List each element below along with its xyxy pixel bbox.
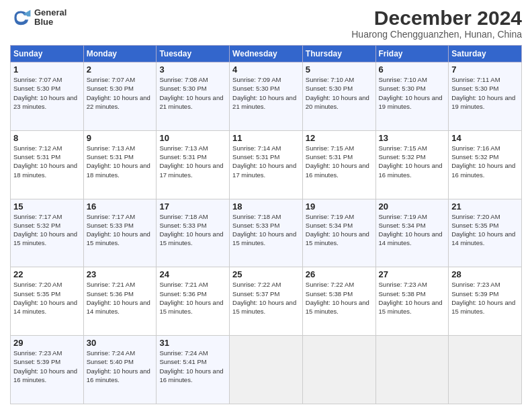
location-subtitle: Huarong Chengguanzhen, Hunan, China — [351, 29, 522, 40]
day-number: 31 — [159, 338, 226, 348]
logo-icon — [10, 7, 32, 28]
day-info: Sunrise: 7:18 AMSunset: 5:33 PMDaylight:… — [232, 213, 296, 247]
day-info: Sunrise: 7:21 AMSunset: 5:36 PMDaylight:… — [87, 281, 150, 315]
table-row: 4 Sunrise: 7:09 AMSunset: 5:30 PMDayligh… — [230, 62, 303, 131]
day-info: Sunrise: 7:24 AMSunset: 5:40 PMDaylight:… — [87, 349, 150, 383]
day-number: 30 — [87, 338, 154, 348]
day-number: 18 — [232, 201, 300, 212]
week-row-3: 22 Sunrise: 7:20 AMSunset: 5:35 PMDaylig… — [11, 267, 522, 336]
day-number: 12 — [306, 133, 373, 143]
day-info: Sunrise: 7:22 AMSunset: 5:38 PMDaylight:… — [306, 281, 369, 315]
day-info: Sunrise: 7:22 AMSunset: 5:37 PMDaylight:… — [232, 281, 296, 315]
day-number: 2 — [87, 64, 154, 75]
day-number: 16 — [87, 201, 154, 212]
table-row: 6 Sunrise: 7:10 AMSunset: 5:30 PMDayligh… — [375, 62, 449, 131]
table-row: 9 Sunrise: 7:13 AMSunset: 5:31 PMDayligh… — [83, 130, 157, 199]
day-info: Sunrise: 7:18 AMSunset: 5:33 PMDaylight:… — [159, 213, 223, 247]
day-info: Sunrise: 7:08 AMSunset: 5:30 PMDaylight:… — [159, 76, 223, 110]
table-row: 31 Sunrise: 7:24 AMSunset: 5:41 PMDaylig… — [157, 336, 230, 404]
day-info: Sunrise: 7:19 AMSunset: 5:34 PMDaylight:… — [379, 213, 443, 247]
col-thursday: Thursday — [302, 46, 375, 62]
table-row: 21 Sunrise: 7:20 AMSunset: 5:35 PMDaylig… — [449, 199, 522, 267]
table-row: 3 Sunrise: 7:08 AMSunset: 5:30 PMDayligh… — [157, 62, 230, 131]
day-info: Sunrise: 7:23 AMSunset: 5:39 PMDaylight:… — [451, 281, 515, 315]
title-block: December 2024 Huarong Chengguanzhen, Hun… — [351, 7, 522, 40]
table-row: 23 Sunrise: 7:21 AMSunset: 5:36 PMDaylig… — [83, 267, 157, 336]
table-row: 30 Sunrise: 7:24 AMSunset: 5:40 PMDaylig… — [83, 336, 157, 404]
week-row-1: 8 Sunrise: 7:12 AMSunset: 5:31 PMDayligh… — [11, 130, 522, 199]
day-number: 22 — [13, 269, 81, 279]
table-row: 26 Sunrise: 7:22 AMSunset: 5:38 PMDaylig… — [302, 267, 375, 336]
month-title: December 2024 — [351, 7, 522, 29]
week-row-4: 29 Sunrise: 7:23 AMSunset: 5:39 PMDaylig… — [11, 336, 522, 404]
day-info: Sunrise: 7:15 AMSunset: 5:32 PMDaylight:… — [379, 144, 443, 179]
table-row: 11 Sunrise: 7:14 AMSunset: 5:31 PMDaylig… — [230, 130, 303, 199]
day-info: Sunrise: 7:10 AMSunset: 5:30 PMDaylight:… — [306, 76, 369, 110]
table-row: 5 Sunrise: 7:10 AMSunset: 5:30 PMDayligh… — [302, 62, 375, 131]
table-row: 2 Sunrise: 7:07 AMSunset: 5:30 PMDayligh… — [83, 62, 157, 131]
day-number: 5 — [306, 64, 373, 75]
week-row-2: 15 Sunrise: 7:17 AMSunset: 5:32 PMDaylig… — [11, 199, 522, 267]
day-number: 21 — [451, 201, 519, 212]
day-info: Sunrise: 7:20 AMSunset: 5:35 PMDaylight:… — [451, 213, 515, 247]
table-row: 20 Sunrise: 7:19 AMSunset: 5:34 PMDaylig… — [375, 199, 449, 267]
day-info: Sunrise: 7:17 AMSunset: 5:32 PMDaylight:… — [13, 213, 77, 247]
day-info: Sunrise: 7:13 AMSunset: 5:31 PMDaylight:… — [87, 144, 150, 179]
day-info: Sunrise: 7:09 AMSunset: 5:30 PMDaylight:… — [232, 76, 296, 110]
table-row: 27 Sunrise: 7:23 AMSunset: 5:38 PMDaylig… — [375, 267, 449, 336]
col-tuesday: Tuesday — [157, 46, 230, 62]
day-info: Sunrise: 7:17 AMSunset: 5:33 PMDaylight:… — [87, 213, 150, 247]
logo: General Blue — [10, 7, 66, 28]
day-info: Sunrise: 7:23 AMSunset: 5:38 PMDaylight:… — [379, 281, 443, 315]
day-info: Sunrise: 7:10 AMSunset: 5:30 PMDaylight:… — [379, 76, 443, 110]
day-info: Sunrise: 7:21 AMSunset: 5:36 PMDaylight:… — [159, 281, 223, 315]
table-row — [375, 336, 449, 404]
day-info: Sunrise: 7:07 AMSunset: 5:30 PMDaylight:… — [87, 76, 150, 110]
day-number: 29 — [13, 338, 81, 348]
day-info: Sunrise: 7:11 AMSunset: 5:30 PMDaylight:… — [451, 76, 515, 110]
day-number: 4 — [232, 64, 300, 75]
day-number: 17 — [159, 201, 226, 212]
col-friday: Friday — [375, 46, 449, 62]
day-info: Sunrise: 7:24 AMSunset: 5:41 PMDaylight:… — [159, 349, 223, 383]
day-number: 9 — [87, 133, 154, 143]
table-row: 19 Sunrise: 7:19 AMSunset: 5:34 PMDaylig… — [302, 199, 375, 267]
day-info: Sunrise: 7:13 AMSunset: 5:31 PMDaylight:… — [159, 144, 223, 179]
table-row: 14 Sunrise: 7:16 AMSunset: 5:32 PMDaylig… — [449, 130, 522, 199]
day-number: 25 — [232, 269, 300, 279]
day-number: 20 — [379, 201, 446, 212]
table-row: 7 Sunrise: 7:11 AMSunset: 5:30 PMDayligh… — [449, 62, 522, 131]
day-info: Sunrise: 7:23 AMSunset: 5:39 PMDaylight:… — [13, 349, 77, 383]
day-number: 26 — [306, 269, 373, 279]
day-number: 13 — [379, 133, 446, 143]
col-saturday: Saturday — [449, 46, 522, 62]
day-number: 3 — [159, 64, 226, 75]
table-row: 17 Sunrise: 7:18 AMSunset: 5:33 PMDaylig… — [157, 199, 230, 267]
day-info: Sunrise: 7:14 AMSunset: 5:31 PMDaylight:… — [232, 144, 296, 179]
table-row: 1 Sunrise: 7:07 AMSunset: 5:30 PMDayligh… — [11, 62, 84, 131]
table-row: 12 Sunrise: 7:15 AMSunset: 5:31 PMDaylig… — [302, 130, 375, 199]
day-number: 28 — [451, 269, 519, 279]
day-info: Sunrise: 7:15 AMSunset: 5:31 PMDaylight:… — [306, 144, 369, 179]
table-row — [302, 336, 375, 404]
table-row: 16 Sunrise: 7:17 AMSunset: 5:33 PMDaylig… — [83, 199, 157, 267]
table-row: 24 Sunrise: 7:21 AMSunset: 5:36 PMDaylig… — [157, 267, 230, 336]
table-row: 22 Sunrise: 7:20 AMSunset: 5:35 PMDaylig… — [11, 267, 84, 336]
day-number: 19 — [306, 201, 373, 212]
table-row: 10 Sunrise: 7:13 AMSunset: 5:31 PMDaylig… — [157, 130, 230, 199]
day-info: Sunrise: 7:07 AMSunset: 5:30 PMDaylight:… — [13, 76, 77, 110]
header: General Blue December 2024 Huarong Cheng… — [10, 7, 522, 40]
calendar-table: Sunday Monday Tuesday Wednesday Thursday… — [10, 45, 522, 404]
page: General Blue December 2024 Huarong Cheng… — [0, 0, 532, 411]
table-row — [230, 336, 303, 404]
day-number: 11 — [232, 133, 300, 143]
table-row — [449, 336, 522, 404]
day-number: 14 — [451, 133, 519, 143]
day-number: 1 — [13, 64, 81, 75]
table-row: 8 Sunrise: 7:12 AMSunset: 5:31 PMDayligh… — [11, 130, 84, 199]
logo-line1: General — [34, 8, 66, 17]
col-wednesday: Wednesday — [230, 46, 303, 62]
day-info: Sunrise: 7:20 AMSunset: 5:35 PMDaylight:… — [13, 281, 77, 315]
col-sunday: Sunday — [11, 46, 84, 62]
day-number: 15 — [13, 201, 81, 212]
